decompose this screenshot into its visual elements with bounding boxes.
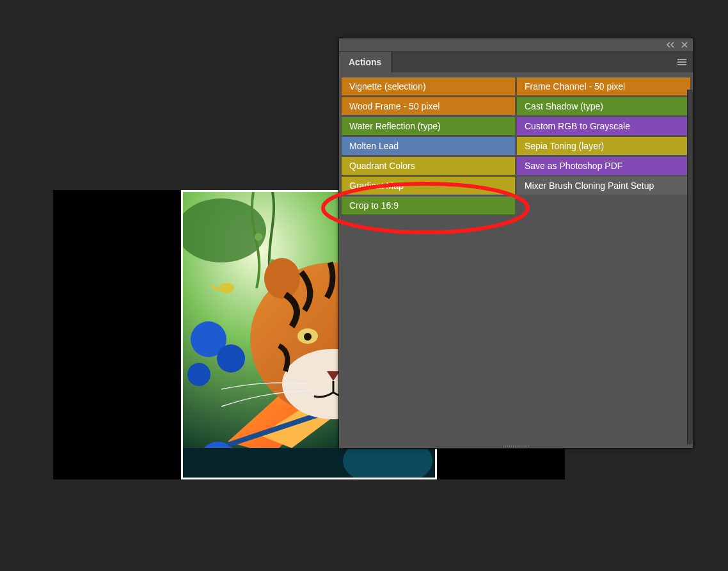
action-button[interactable]: Molten Lead [342,137,515,155]
collapse-icon[interactable] [666,40,675,49]
panel-titlebar[interactable] [339,38,693,52]
close-icon[interactable] [680,40,689,49]
panel-tabs: Actions [339,52,693,72]
action-button[interactable]: Gradient Map [342,177,515,195]
action-button[interactable]: Quadrant Colors [342,157,515,175]
action-button[interactable]: Vignette (selection) [342,77,515,95]
action-button[interactable]: Wood Frame - 50 pixel [342,97,515,115]
action-button[interactable]: Crop to 16:9 [342,197,515,214]
action-button[interactable]: Cast Shadow (type) [517,97,690,115]
svg-point-4 [255,233,262,241]
tab-actions[interactable]: Actions [339,52,392,72]
action-button[interactable]: Water Reflection (type) [342,117,515,135]
actions-panel[interactable]: Actions Vignette (selection)Frame Channe… [338,38,693,449]
action-button[interactable]: Mixer Brush Cloning Paint Setup [517,177,690,195]
svg-point-16 [304,333,312,341]
action-button[interactable]: Sepia Toning (layer) [517,137,690,155]
action-button[interactable]: Frame Channel - 50 pixel [517,77,690,95]
svg-point-12 [264,258,300,299]
action-button[interactable]: Save as Photoshop PDF [517,157,690,175]
actions-body: Vignette (selection)Frame Channel - 50 p… [339,72,693,444]
panel-resize-handle[interactable] [339,444,693,448]
svg-point-8 [187,363,210,386]
action-button[interactable]: Custom RGB to Grayscale [517,117,690,135]
panel-scrollbar[interactable] [687,90,693,444]
svg-point-7 [217,344,245,373]
panel-menu-icon[interactable] [675,52,689,72]
svg-point-20 [219,283,234,293]
